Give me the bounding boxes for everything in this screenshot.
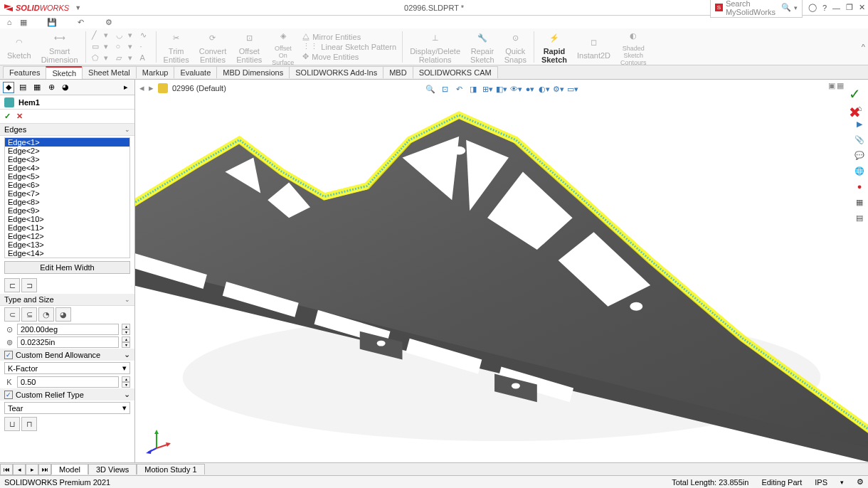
new-doc-icon[interactable]: ▦ xyxy=(18,17,28,27)
edge-item[interactable]: Edge<10> xyxy=(5,215,129,223)
angle-input[interactable]: 200.00deg xyxy=(17,324,119,335)
coordinate-triad[interactable] xyxy=(145,428,171,454)
pm-tab-config-icon[interactable]: ▤ xyxy=(17,82,28,93)
spline-icon[interactable]: ∿ xyxy=(140,31,150,40)
instant2d-button[interactable]: ◻Instant2D xyxy=(573,33,615,60)
status-units[interactable]: IPS xyxy=(815,478,827,487)
offset-surface-button[interactable]: ◈Offset On Surface xyxy=(268,27,298,66)
last-sheet-icon[interactable]: ⏭ xyxy=(38,464,51,475)
edge-item[interactable]: Edge<9> xyxy=(5,206,129,215)
close-icon[interactable]: ✕ xyxy=(859,3,865,12)
custom-bend-allowance-checkbox[interactable]: ✓Custom Bend Allowance⌄ xyxy=(0,349,134,361)
bottom-tab-3dviews[interactable]: 3D Views xyxy=(88,464,137,474)
edit-hem-width-button[interactable]: Edit Hem Width xyxy=(4,261,130,274)
radius-up[interactable]: ▴ xyxy=(122,336,130,342)
shaded-contours-button[interactable]: ◐Shaded Sketch Contours xyxy=(616,27,651,66)
custom-relief-type-checkbox[interactable]: ✓Custom Relief Type⌄ xyxy=(0,388,134,401)
pm-tab-feature-icon[interactable]: ◆ xyxy=(3,82,14,93)
accept-button[interactable]: ✓ xyxy=(4,112,11,121)
open-icon[interactable] xyxy=(33,17,43,27)
tab-sketch[interactable]: Sketch xyxy=(46,66,83,79)
tab-sheet-metal[interactable]: Sheet Metal xyxy=(82,66,137,78)
search-input[interactable]: S Search MySolidWorks 🔍 ▾ xyxy=(710,0,803,18)
hem-position-bend-outside-icon[interactable]: ⊐ xyxy=(21,278,37,292)
convert-button[interactable]: ⟳Convert Entities xyxy=(195,29,231,64)
tab-markup[interactable]: Markup xyxy=(136,66,175,78)
repair-button[interactable]: 🔧Repair Sketch xyxy=(466,29,499,64)
print-icon[interactable] xyxy=(61,17,71,27)
home-icon[interactable]: ⌂ xyxy=(4,17,14,27)
kfactor-up[interactable]: ▴ xyxy=(122,376,130,382)
angle-up[interactable]: ▴ xyxy=(122,324,130,329)
kfactor-input[interactable]: 0.50 xyxy=(17,376,119,388)
type-size-section[interactable]: Type and Size⌄ xyxy=(0,294,134,306)
bottom-tab-motion[interactable]: Motion Study 1 xyxy=(137,464,204,474)
edge-item[interactable]: Edge<14> xyxy=(5,249,129,258)
edge-item[interactable]: Edge<1> xyxy=(5,138,129,147)
prev-sheet-icon[interactable]: ◂ xyxy=(13,464,26,475)
sketch-button[interactable]: ◠Sketch xyxy=(3,33,36,60)
relief-rip-icon[interactable]: ⊔ xyxy=(4,417,20,431)
options-icon[interactable]: ⚙ xyxy=(104,17,114,27)
radius-down[interactable]: ▾ xyxy=(122,342,130,348)
restore-icon[interactable]: ❐ xyxy=(846,3,853,12)
cancel-button[interactable]: ✕ xyxy=(16,112,23,121)
arc-icon[interactable]: ◡ xyxy=(116,31,126,40)
edge-item[interactable]: Edge<7> xyxy=(5,189,129,198)
edge-item[interactable]: Edge<3> xyxy=(5,155,129,164)
save-icon[interactable]: 💾 xyxy=(47,17,57,27)
poly-icon[interactable]: ⬠ xyxy=(92,53,102,63)
first-sheet-icon[interactable]: ⏮ xyxy=(0,464,13,475)
user-icon[interactable]: ◯ xyxy=(808,3,817,12)
undo-icon[interactable]: ↶ xyxy=(75,17,85,27)
line-icon[interactable]: ╱ xyxy=(92,31,102,40)
tab-evaluate[interactable]: Evaluate xyxy=(174,66,217,78)
pm-tab-dimxpert-icon[interactable]: ⊕ xyxy=(46,82,57,93)
mirror-button[interactable]: ⧋Mirror Entities xyxy=(302,32,396,41)
edge-item[interactable]: Edge<13> xyxy=(5,240,129,249)
linear-pattern-button[interactable]: ⋮⋮Linear Sketch Pattern xyxy=(302,42,396,51)
next-sheet-icon[interactable]: ▸ xyxy=(26,464,38,475)
kfactor-down[interactable]: ▾ xyxy=(122,382,130,388)
3d-viewport[interactable]: ◂ ▸ 02996 (Default) 🔍 ⊡ ↶ ◨ ⊞▾ ◧▾ 👁▾ ●▾ … xyxy=(135,80,868,462)
pm-tab-display-icon[interactable]: ◕ xyxy=(60,82,71,93)
quick-snaps-button[interactable]: ⊙Quick Snaps xyxy=(500,29,531,64)
status-units-dd-icon[interactable]: ▾ xyxy=(840,479,844,486)
minimize-icon[interactable]: — xyxy=(832,4,840,12)
bend-allowance-select[interactable]: K-Factor▾ xyxy=(4,362,130,374)
ribbon-collapse-icon[interactable]: ^ xyxy=(862,43,865,51)
edge-item[interactable]: Edge<2> xyxy=(5,147,129,155)
edge-item[interactable]: Edge<6> xyxy=(5,181,129,189)
text-icon[interactable]: A xyxy=(140,53,150,63)
rapid-sketch-button[interactable]: ⚡Rapid Sketch xyxy=(537,29,571,64)
trim-button[interactable]: ✂Trim Entities xyxy=(159,29,194,64)
pm-tab-prop-icon[interactable]: ▦ xyxy=(31,82,43,93)
search-icon[interactable]: 🔍 xyxy=(781,3,791,12)
edge-item[interactable]: Edge<12> xyxy=(5,232,129,240)
relief-type-select[interactable]: Tear▾ xyxy=(4,402,130,414)
move-button[interactable]: ✥Move Entities xyxy=(302,52,396,61)
tab-features[interactable]: Features xyxy=(3,66,46,78)
relief-extend-icon[interactable]: ⊓ xyxy=(21,417,37,431)
edge-item[interactable]: Edge<15> xyxy=(5,258,129,258)
hem-type-rolled-icon[interactable]: ◕ xyxy=(55,307,71,322)
panel-next-icon[interactable]: ▸ xyxy=(120,82,132,93)
rect-icon[interactable]: ▭ xyxy=(92,42,102,51)
point-icon[interactable]: · xyxy=(140,42,150,51)
hem-type-tear-icon[interactable]: ◔ xyxy=(38,307,54,322)
angle-down[interactable]: ▾ xyxy=(122,329,130,335)
hem-type-closed-icon[interactable]: ⊂ xyxy=(4,307,20,322)
edges-selection-list[interactable]: Edge<1> Edge<2> Edge<3> Edge<4> Edge<5> … xyxy=(4,137,130,258)
help-icon[interactable]: ? xyxy=(822,4,827,12)
edges-section[interactable]: Edges⌄ xyxy=(0,124,134,136)
hem-type-open-icon[interactable]: ⊆ xyxy=(21,307,37,322)
tab-addins[interactable]: SOLIDWORKS Add-Ins xyxy=(289,66,383,78)
radius-input[interactable]: 0.02325in xyxy=(17,336,119,348)
tab-mbd-dimensions[interactable]: MBD Dimensions xyxy=(216,66,290,78)
edge-item[interactable]: Edge<11> xyxy=(5,223,129,232)
edge-item[interactable]: Edge<5> xyxy=(5,172,129,181)
edge-item[interactable]: Edge<4> xyxy=(5,164,129,172)
offset-button[interactable]: ⊡Offset Entities xyxy=(232,29,266,64)
menu-dropdown-icon[interactable]: ▼ xyxy=(75,4,81,11)
smart-dimension-button[interactable]: ⟷Smart Dimension xyxy=(37,29,83,64)
